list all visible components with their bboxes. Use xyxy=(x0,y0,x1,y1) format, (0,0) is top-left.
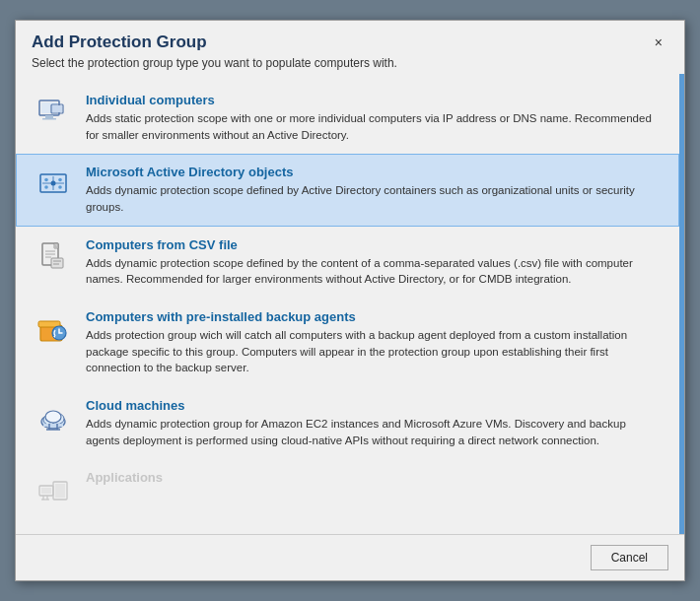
dialog-footer: Cancel xyxy=(16,534,684,580)
dialog-title-bar: Add Protection Group Select the protecti… xyxy=(16,21,684,74)
dialog-subtitle: Select the protection group type you wan… xyxy=(32,56,397,70)
svg-rect-5 xyxy=(52,105,62,112)
svg-rect-33 xyxy=(43,424,63,427)
applications-text: Applications xyxy=(86,470,663,488)
close-button[interactable]: × xyxy=(649,33,668,52)
svg-point-11 xyxy=(44,178,48,182)
svg-rect-2 xyxy=(45,115,53,118)
svg-rect-3 xyxy=(42,118,56,120)
svg-point-10 xyxy=(51,181,56,186)
ad-text: Microsoft Active Directory objects Adds … xyxy=(86,165,663,215)
svg-point-13 xyxy=(44,186,48,190)
csv-icon xyxy=(33,237,74,275)
option-cloud[interactable]: Cloud machines Adds dynamic protection g… xyxy=(16,387,679,459)
svg-rect-22 xyxy=(51,258,63,268)
applications-title: Applications xyxy=(86,470,663,485)
option-applications: Applications xyxy=(16,459,679,518)
applications-icon xyxy=(33,470,74,507)
csv-title: Computers from CSV file xyxy=(86,237,663,252)
individual-computers-text: Individual computers Adds static protect… xyxy=(86,93,663,143)
csv-text: Computers from CSV file Adds dynamic pro… xyxy=(86,237,663,288)
individual-computers-desc: Adds static protection scope with one or… xyxy=(86,110,663,143)
svg-point-12 xyxy=(58,178,62,182)
individual-computers-title: Individual computers xyxy=(86,93,663,107)
ad-desc: Adds dynamic protection scope defined by… xyxy=(86,182,663,215)
individual-computers-icon xyxy=(33,93,74,130)
svg-point-14 xyxy=(58,186,62,190)
ad-icon xyxy=(33,165,74,202)
options-list: Individual computers Adds static protect… xyxy=(16,74,684,534)
option-ad[interactable]: Microsoft Active Directory objects Adds … xyxy=(16,154,679,226)
cancel-button[interactable]: Cancel xyxy=(591,545,668,570)
add-protection-group-dialog: Add Protection Group Select the protecti… xyxy=(15,20,685,581)
option-backup[interactable]: Computers with pre-installed backup agen… xyxy=(16,299,679,387)
cloud-text: Cloud machines Adds dynamic protection g… xyxy=(86,398,663,448)
cloud-title: Cloud machines xyxy=(86,398,663,413)
backup-desc: Adds protection group wich will catch al… xyxy=(86,327,663,376)
cloud-desc: Adds dynamic protection group for Amazon… xyxy=(86,416,663,448)
svg-point-32 xyxy=(45,411,61,423)
title-area: Add Protection Group Select the protecti… xyxy=(32,33,397,70)
svg-rect-40 xyxy=(55,484,65,498)
backup-title: Computers with pre-installed backup agen… xyxy=(86,309,663,324)
ad-title: Microsoft Active Directory objects xyxy=(86,165,663,179)
csv-desc: Adds dynamic protection scope defined by… xyxy=(86,255,663,288)
backup-icon xyxy=(33,309,74,347)
backup-text: Computers with pre-installed backup agen… xyxy=(86,309,663,376)
svg-rect-38 xyxy=(41,488,51,494)
option-individual[interactable]: Individual computers Adds static protect… xyxy=(16,82,679,154)
dialog-title: Add Protection Group xyxy=(32,33,397,52)
option-csv[interactable]: Computers from CSV file Adds dynamic pro… xyxy=(16,227,679,299)
cloud-icon xyxy=(33,398,74,435)
